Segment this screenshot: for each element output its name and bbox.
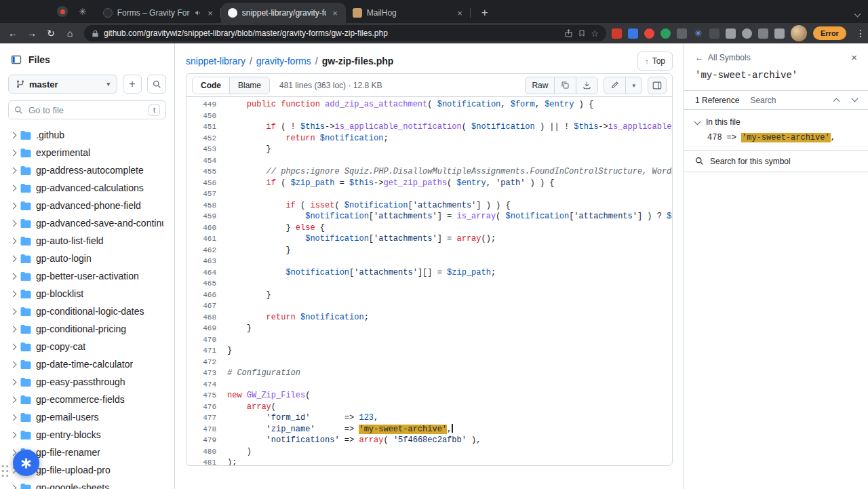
sidebar-folder-item[interactable]: gp-advanced-calculations <box>5 179 169 197</box>
home-button[interactable]: ⌂ <box>61 24 79 42</box>
search-tab-label[interactable]: Search <box>750 96 776 105</box>
recording-indicator-pinned-tab[interactable] <box>57 6 68 17</box>
ext-blue-icon[interactable] <box>628 28 638 39</box>
branch-selector[interactable]: master ▾ <box>8 75 117 94</box>
line-number[interactable]: 460 <box>186 222 227 234</box>
sidebar-folder-item[interactable]: experimental <box>5 144 169 161</box>
line-number[interactable]: 458 <box>186 200 227 212</box>
sidebar-folder-item[interactable]: gp-easy-passthrough <box>5 373 169 391</box>
line-number[interactable]: 467 <box>186 300 227 312</box>
go-to-file-input[interactable] <box>28 105 143 115</box>
tab-close-icon[interactable]: × <box>206 8 214 18</box>
next-reference-icon[interactable] <box>852 96 859 102</box>
star-icon[interactable]: ☆ <box>591 28 599 39</box>
download-icon[interactable] <box>576 77 597 94</box>
line-number[interactable]: 466 <box>186 290 227 301</box>
previous-reference-icon[interactable] <box>833 98 840 105</box>
sidebar-folder-item[interactable]: gp-entry-blocks <box>5 426 169 444</box>
tab-close-icon[interactable]: × <box>331 8 339 18</box>
line-number[interactable]: 450 <box>186 111 227 122</box>
breadcrumb-dir-link[interactable]: gravity-forms <box>256 56 311 66</box>
sidebar-folder-item[interactable]: gp-ecommerce-fields <box>5 391 169 408</box>
search-for-symbol-button[interactable]: Search for this symbol <box>684 150 868 172</box>
line-number[interactable]: 461 <box>186 233 227 245</box>
address-bar[interactable]: github.com/gravitywiz/snippet-library/bl… <box>84 25 606 41</box>
line-number[interactable]: 478 <box>186 424 227 435</box>
widget-drag-handle[interactable] <box>1 464 9 478</box>
search-files-button[interactable] <box>147 75 166 94</box>
in-this-file-section[interactable]: In this file <box>684 110 868 130</box>
sidebar-folder-item[interactable]: gp-date-time-calculator <box>5 355 169 373</box>
ext-wrench-icon[interactable] <box>742 28 752 39</box>
browser-tab[interactable]: Forms – Gravity Forms ‹ Bl× <box>96 3 221 23</box>
copy-icon[interactable] <box>555 77 576 94</box>
reload-button[interactable]: ↻ <box>42 24 60 42</box>
sidebar-folder-item[interactable]: gp-advanced-phone-field <box>5 197 169 214</box>
sidebar-folder-item[interactable]: gp-copy-cat <box>5 338 169 355</box>
scroll-to-top-button[interactable]: ↑ Top <box>637 52 673 71</box>
new-file-button[interactable]: + <box>123 75 142 94</box>
line-number[interactable]: 476 <box>186 402 227 413</box>
ext-snowflake-icon[interactable]: ✳ <box>693 28 703 39</box>
new-tab-button[interactable]: + <box>476 4 494 22</box>
sidebar-folder-item[interactable]: gp-conditional-logic-dates <box>5 302 169 320</box>
sidebar-folder-item[interactable]: gp-email-users <box>5 408 169 426</box>
sidebar-folder-item[interactable]: gp-google-sheets <box>5 479 169 489</box>
line-number[interactable]: 456 <box>186 178 227 189</box>
line-number[interactable]: 449 <box>186 99 227 111</box>
line-number[interactable]: 457 <box>186 189 227 200</box>
close-panel-icon[interactable]: × <box>851 52 857 63</box>
tab-search-chevron-icon[interactable] <box>854 11 861 18</box>
line-number[interactable]: 475 <box>186 390 227 402</box>
line-number[interactable]: 472 <box>186 357 227 368</box>
ext-shield-icon[interactable] <box>709 28 719 39</box>
puzzle-piece-icon[interactable] <box>726 28 736 39</box>
ext-red-pin-icon[interactable] <box>644 28 654 39</box>
reference-item[interactable]: 478 => 'my-sweet-archive' , <box>684 130 868 150</box>
reference-line-number[interactable]: 478 <box>707 133 722 142</box>
line-number[interactable]: 477 <box>186 412 227 424</box>
line-number[interactable]: 469 <box>186 323 227 334</box>
raw-button[interactable]: Raw <box>526 77 555 94</box>
edit-pencil-icon[interactable] <box>604 77 626 94</box>
line-number[interactable]: 481 <box>186 457 227 465</box>
tab-audio-icon[interactable] <box>195 9 201 16</box>
ext-adblock-icon[interactable] <box>612 28 622 39</box>
side-panel-icon[interactable] <box>774 28 785 39</box>
asterisk-pinned-tab[interactable]: ✳ <box>79 7 87 16</box>
collapse-sidebar-icon[interactable] <box>11 54 22 65</box>
line-number[interactable]: 451 <box>186 121 227 133</box>
tab-grid-icon[interactable] <box>758 28 768 39</box>
sidebar-folder-item[interactable]: gp-advanced-save-and-continue <box>5 214 169 232</box>
line-number[interactable]: 462 <box>186 245 227 256</box>
forward-button[interactable]: → <box>23 24 41 42</box>
sidebar-folder-item[interactable]: gp-auto-login <box>5 250 169 267</box>
line-number[interactable]: 452 <box>186 133 227 144</box>
symbols-panel-toggle[interactable] <box>648 77 667 94</box>
share-icon[interactable] <box>564 29 573 38</box>
tab-close-icon[interactable]: × <box>456 8 464 18</box>
browser-menu-icon[interactable]: ⋮ <box>852 28 868 39</box>
line-number[interactable]: 470 <box>186 334 227 346</box>
line-number[interactable]: 465 <box>186 278 227 290</box>
line-number[interactable]: 479 <box>186 435 227 446</box>
sidebar-folder-item[interactable]: .github <box>5 126 169 144</box>
breadcrumb-repo-link[interactable]: snippet-library <box>186 56 245 66</box>
line-number[interactable]: 468 <box>186 312 227 324</box>
line-number[interactable]: 454 <box>186 155 227 167</box>
sidebar-folder-item[interactable]: gp-address-autocomplete <box>5 161 169 179</box>
tab-code[interactable]: Code <box>193 77 230 94</box>
url-text[interactable]: github.com/gravitywiz/snippet-library/bl… <box>104 28 559 38</box>
tab-blame[interactable]: Blame <box>230 77 269 94</box>
browser-tab[interactable]: snippet-library/gravity-forms/g× <box>221 3 346 23</box>
line-number[interactable]: 463 <box>186 256 227 267</box>
line-number[interactable]: 474 <box>186 379 227 391</box>
line-number[interactable]: 459 <box>186 211 227 222</box>
ext-gray-icon[interactable] <box>677 28 687 39</box>
ext-green-icon[interactable] <box>660 28 671 39</box>
sidebar-folder-item[interactable]: gp-auto-list-field <box>5 232 169 250</box>
browser-tab[interactable]: MailHog× <box>346 3 471 23</box>
sidebar-folder-item[interactable]: gp-better-user-activation <box>5 267 169 285</box>
bookmark-icon[interactable] <box>578 29 586 37</box>
edit-dropdown-icon[interactable]: ▾ <box>626 77 642 94</box>
